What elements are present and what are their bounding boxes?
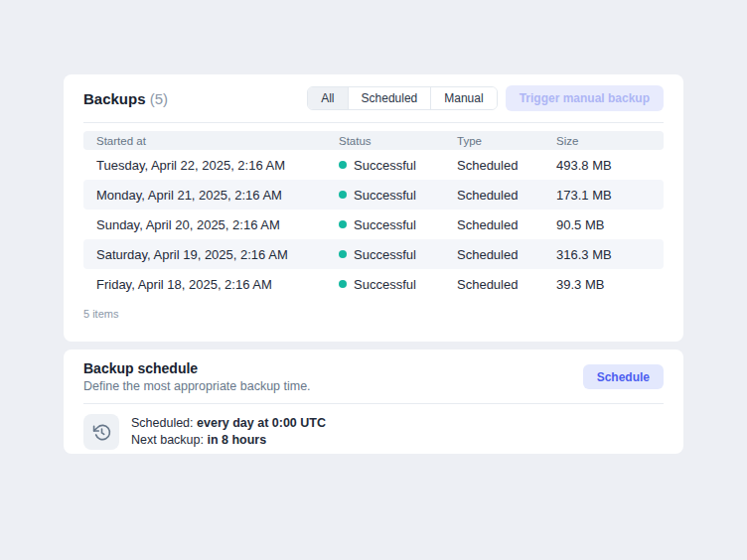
status-success-dot-icon	[339, 191, 347, 199]
status-success-dot-icon	[339, 220, 347, 228]
backup-schedule-panel: Backup schedule Define the most appropri…	[64, 350, 683, 454]
schedule-title: Backup schedule	[83, 360, 311, 376]
cell-size: 39.3 MB	[556, 277, 664, 292]
filter-tab-all[interactable]: All	[308, 87, 348, 109]
cell-status: Successful	[339, 217, 457, 232]
cell-type: Scheduled	[457, 217, 556, 232]
schedule-header-divider	[83, 403, 664, 404]
filter-tab-scheduled[interactable]: Scheduled	[349, 87, 432, 109]
cell-started-at: Monday, April 21, 2025, 2:16 AM	[96, 188, 339, 203]
column-header-size: Size	[556, 135, 664, 147]
backups-panel: Backups (5) All Scheduled Manual Trigger…	[64, 74, 683, 342]
scheduled-value: every day at 0:00 UTC	[197, 416, 326, 430]
backups-table-header-row: Started at Status Type Size	[83, 131, 664, 150]
scheduled-label: Scheduled:	[131, 416, 197, 430]
schedule-details: Scheduled: every day at 0:00 UTC Next ba…	[131, 415, 326, 449]
cell-started-at: Saturday, April 19, 2025, 2:16 AM	[96, 247, 339, 262]
table-row[interactable]: Saturday, April 19, 2025, 2:16 AM Succes…	[83, 239, 664, 269]
cell-size: 90.5 MB	[556, 217, 664, 232]
status-success-dot-icon	[339, 250, 347, 258]
backups-header-divider	[83, 122, 664, 123]
scheduled-line: Scheduled: every day at 0:00 UTC	[131, 415, 326, 432]
cell-status: Successful	[339, 188, 457, 203]
status-label: Successful	[354, 247, 416, 262]
status-label: Successful	[354, 277, 416, 292]
schedule-button[interactable]: Schedule	[583, 364, 664, 389]
next-backup-label: Next backup:	[131, 433, 207, 447]
cell-type: Scheduled	[457, 247, 556, 262]
table-row[interactable]: Friday, April 18, 2025, 2:16 AM Successf…	[83, 269, 664, 299]
schedule-title-group: Backup schedule Define the most appropri…	[83, 360, 311, 393]
cell-type: Scheduled	[457, 188, 556, 203]
cell-type: Scheduled	[457, 277, 556, 292]
trigger-manual-backup-button[interactable]: Trigger manual backup	[506, 85, 664, 111]
column-header-type: Type	[457, 135, 556, 147]
cell-started-at: Friday, April 18, 2025, 2:16 AM	[96, 277, 339, 292]
column-header-status: Status	[339, 135, 457, 147]
cell-started-at: Tuesday, April 22, 2025, 2:16 AM	[96, 158, 339, 173]
backups-title-group: Backups (5)	[83, 90, 168, 107]
status-success-dot-icon	[339, 161, 347, 169]
cell-type: Scheduled	[457, 158, 556, 173]
cell-status: Successful	[339, 247, 457, 262]
history-icon	[83, 414, 119, 450]
column-header-started-at: Started at	[96, 135, 339, 147]
status-label: Successful	[354, 158, 416, 173]
cell-status: Successful	[339, 158, 457, 173]
backups-title: Backups	[83, 90, 146, 107]
table-row[interactable]: Monday, April 21, 2025, 2:16 AM Successf…	[83, 180, 664, 210]
cell-started-at: Sunday, April 20, 2025, 2:16 AM	[96, 217, 339, 232]
backups-count-badge: (5)	[150, 90, 168, 107]
schedule-panel-header: Backup schedule Define the most appropri…	[83, 350, 664, 403]
items-count-label: 5 items	[83, 308, 664, 320]
status-label: Successful	[354, 188, 416, 203]
cell-size: 493.8 MB	[556, 158, 664, 173]
backups-controls: All Scheduled Manual Trigger manual back…	[307, 85, 664, 111]
next-backup-value: in 8 hours	[207, 433, 266, 447]
schedule-info-row: Scheduled: every day at 0:00 UTC Next ba…	[83, 414, 664, 450]
status-success-dot-icon	[339, 280, 347, 288]
backups-table: Started at Status Type Size Tuesday, Apr…	[83, 131, 664, 299]
table-row[interactable]: Sunday, April 20, 2025, 2:16 AM Successf…	[83, 210, 664, 239]
cell-status: Successful	[339, 277, 457, 292]
schedule-subtitle: Define the most appropriate backup time.	[83, 379, 311, 393]
cell-size: 173.1 MB	[556, 188, 664, 203]
cell-size: 316.3 MB	[556, 247, 664, 262]
status-label: Successful	[354, 217, 416, 232]
next-backup-line: Next backup: in 8 hours	[131, 432, 326, 449]
backups-panel-header: Backups (5) All Scheduled Manual Trigger…	[83, 74, 664, 122]
table-row[interactable]: Tuesday, April 22, 2025, 2:16 AM Success…	[83, 150, 664, 180]
backup-filter-tabs: All Scheduled Manual	[307, 86, 497, 110]
filter-tab-manual[interactable]: Manual	[431, 87, 496, 109]
